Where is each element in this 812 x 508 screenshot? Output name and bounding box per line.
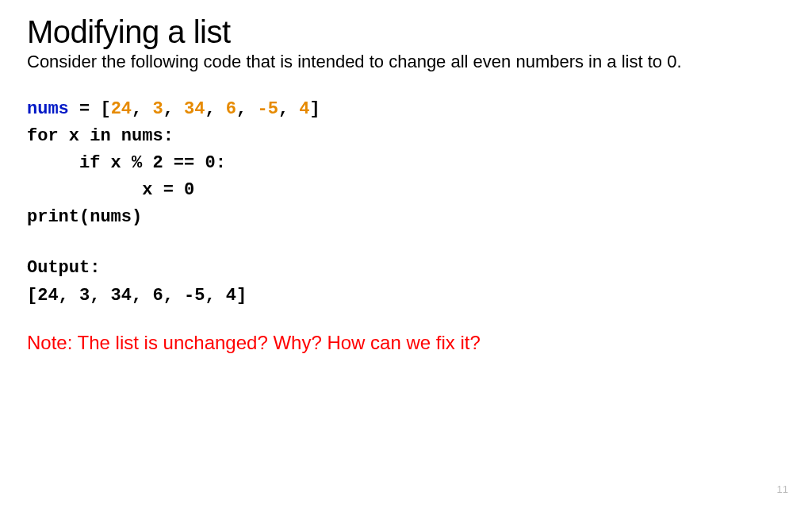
code-block: nums = [24, 3, 34, 6, -5, 4] for x in nu… — [27, 96, 785, 231]
code-close: ] — [309, 99, 320, 119]
code-comma-3: , — [236, 99, 257, 119]
note: Note: The list is unchanged? Why? How ca… — [27, 332, 785, 354]
code-num-5: 4 — [299, 99, 309, 119]
slide: Modifying a list Consider the following … — [0, 0, 812, 508]
code-varname: nums — [27, 99, 69, 119]
code-num-1: 3 — [152, 99, 163, 119]
code-comma-4: , — [278, 99, 299, 119]
code-num-0: 24 — [111, 99, 132, 119]
page-number: 11 — [777, 483, 788, 495]
code-comma-0: , — [132, 99, 152, 119]
code-line-5: print(nums) — [27, 207, 142, 227]
output-label: Output: — [27, 255, 785, 282]
subtitle: Consider the following code that is inte… — [27, 52, 785, 72]
code-num-3: 6 — [226, 99, 236, 119]
code-line-3: if x % 2 == 0: — [27, 153, 226, 173]
code-eq: = [ — [69, 99, 111, 119]
code-comma-2: , — [205, 99, 225, 119]
code-num-2: 34 — [184, 99, 205, 119]
code-comma-1: , — [163, 99, 184, 119]
code-num-4: -5 — [257, 99, 278, 119]
code-line-4: x = 0 — [27, 180, 194, 200]
page-title: Modifying a list — [27, 14, 785, 50]
output-value: [24, 3, 34, 6, -5, 4] — [27, 283, 785, 310]
code-line-2: for x in nums: — [27, 126, 174, 146]
